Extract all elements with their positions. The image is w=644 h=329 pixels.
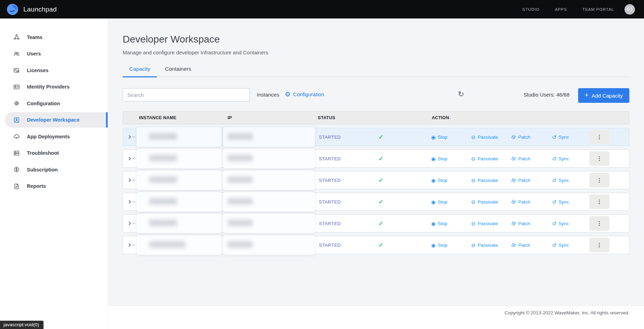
sidebar-item-reports[interactable]: Reports (5, 178, 108, 194)
circle-minus-icon: ⊖ (471, 156, 476, 161)
check-icon: ✓ (378, 220, 383, 227)
sidebar-item-troubleshoot[interactable]: Troubleshoot (5, 145, 108, 161)
redacted-fragment (132, 137, 135, 138)
table-row[interactable]: STARTED ✓ ◉Stop ⊖Passivate Patch ↺Sync ⋮ (123, 236, 629, 254)
teams-icon (13, 34, 20, 40)
troubleshoot-icon (13, 150, 20, 156)
status-badge: STARTED (319, 156, 341, 161)
kebab-menu-icon[interactable]: ⋮ (589, 151, 610, 166)
kebab-menu-icon[interactable]: ⋮ (589, 173, 610, 188)
status-badge: STARTED (319, 221, 341, 226)
sync-icon: ↺ (552, 243, 557, 248)
sidebar-item-configuration[interactable]: Configuration (5, 96, 108, 111)
nav-team-portal[interactable]: TEAM PORTAL (582, 7, 614, 12)
ip-redacted (223, 127, 315, 147)
patch-action[interactable]: Patch (511, 156, 530, 161)
record-icon: ◉ (431, 135, 436, 140)
sidebar-item-subscription[interactable]: Subscription (5, 162, 108, 177)
patch-action[interactable]: Patch (511, 199, 530, 205)
app-deployments-icon (13, 133, 20, 140)
stop-action[interactable]: ◉Stop (431, 156, 447, 161)
ip-redacted (223, 235, 315, 255)
circle-minus-icon: ⊖ (471, 199, 476, 205)
sidebar-item-teams[interactable]: Teams (5, 30, 108, 45)
sync-action[interactable]: ↺Sync (552, 221, 569, 226)
sidebar-item-label: Users (27, 51, 41, 56)
patch-action[interactable]: Patch (511, 178, 530, 183)
kebab-menu-icon[interactable]: ⋮ (589, 194, 610, 209)
sync-action[interactable]: ↺Sync (552, 135, 569, 140)
sidebar-item-label: Developer Workspace (27, 117, 79, 123)
record-icon: ◉ (431, 221, 436, 226)
chevron-right-icon[interactable] (127, 135, 132, 139)
kebab-menu-icon[interactable]: ⋮ (589, 216, 610, 231)
developer-workspace-icon (13, 117, 20, 123)
passivate-action[interactable]: ⊖Passivate (471, 156, 498, 161)
table-body: STARTED ✓ ◉Stop ⊖Passivate Patch ↺Sync ⋮… (123, 128, 629, 254)
patch-action[interactable]: Patch (511, 221, 530, 226)
check-icon: ✓ (378, 177, 383, 184)
nav-studio[interactable]: STUDIO (522, 7, 539, 12)
stop-action[interactable]: ◉Stop (431, 135, 447, 140)
kebab-menu-icon[interactable]: ⋮ (589, 130, 610, 144)
instance-name-redacted (137, 127, 222, 147)
redacted-fragment (132, 158, 135, 159)
stop-action[interactable]: ◉Stop (431, 221, 447, 226)
topbar: Launchpad STUDIO APPS TEAM PORTAL GT (0, 0, 644, 18)
add-capacity-button[interactable]: + Add Capacity (578, 88, 629, 103)
nav-apps[interactable]: APPS (555, 7, 567, 12)
sidebar-item-label: Subscription (27, 167, 58, 173)
users-icon (13, 51, 20, 57)
tab-containers[interactable]: Containers (161, 66, 195, 77)
column-ip: IP (228, 115, 232, 120)
toolbar: Instances ⚙ Configuration ↻ Studio Users… (123, 88, 629, 103)
instance-name-redacted (137, 149, 222, 168)
passivate-action[interactable]: ⊖Passivate (471, 135, 498, 140)
chevron-right-icon[interactable] (127, 178, 132, 183)
ip-redacted (223, 192, 315, 212)
sidebar-item-app-deployments[interactable]: App Deployments (5, 129, 108, 144)
chevron-right-icon[interactable] (127, 199, 132, 204)
configuration-link[interactable]: ⚙ Configuration (285, 91, 324, 98)
sidebar-item-licenses[interactable]: Licenses (5, 63, 108, 78)
passivate-action[interactable]: ⊖Passivate (471, 221, 498, 226)
chevron-right-icon[interactable] (127, 156, 132, 161)
sidebar-item-identity-providers[interactable]: Identity Providers (5, 79, 108, 94)
stop-action[interactable]: ◉Stop (431, 243, 447, 248)
sync-action[interactable]: ↺Sync (552, 156, 569, 161)
sync-action[interactable]: ↺Sync (552, 199, 569, 205)
table-row[interactable]: STARTED ✓ ◉Stop ⊖Passivate Patch ↺Sync ⋮ (123, 128, 629, 146)
footer: Copyright © 2013-2022 WaveMaker, Inc. Al… (108, 305, 644, 329)
passivate-action[interactable]: ⊖Passivate (471, 243, 498, 248)
table-row[interactable]: STARTED ✓ ◉Stop ⊖Passivate Patch ↺Sync ⋮ (123, 193, 629, 211)
sync-action[interactable]: ↺Sync (552, 243, 569, 248)
instances-label: Instances (257, 92, 279, 98)
sync-icon: ↺ (552, 135, 557, 140)
patch-action[interactable]: Patch (511, 135, 530, 140)
stop-action[interactable]: ◉Stop (431, 199, 447, 205)
circle-minus-icon: ⊖ (471, 135, 476, 140)
chevron-right-icon[interactable] (127, 243, 132, 247)
table-row[interactable]: STARTED ✓ ◉Stop ⊖Passivate Patch ↺Sync ⋮ (123, 150, 629, 168)
sidebar-item-users[interactable]: Users (5, 46, 108, 61)
sidebar-item-developer-workspace[interactable]: Developer Workspace (5, 112, 108, 128)
status-badge: STARTED (319, 199, 341, 205)
search-input[interactable] (123, 88, 250, 101)
link-status-bar: javascript:void(0) (0, 321, 44, 329)
stop-action[interactable]: ◉Stop (431, 178, 447, 183)
chevron-right-icon[interactable] (127, 221, 132, 226)
passivate-action[interactable]: ⊖Passivate (471, 199, 498, 205)
sync-action[interactable]: ↺Sync (552, 178, 569, 183)
patch-action[interactable]: Patch (511, 243, 530, 248)
passivate-action[interactable]: ⊖Passivate (471, 178, 498, 183)
studio-users-count: Studio Users: 46/68 (523, 92, 569, 98)
top-navigation: STUDIO APPS TEAM PORTAL GT (522, 4, 635, 15)
table-row[interactable]: STARTED ✓ ◉Stop ⊖Passivate Patch ↺Sync ⋮ (123, 214, 629, 232)
tab-capacity[interactable]: Capacity (123, 66, 157, 77)
refresh-icon[interactable]: ↻ (458, 90, 464, 98)
wavemaker-logo-icon (6, 3, 19, 16)
avatar[interactable]: GT (624, 4, 635, 15)
kebab-menu-icon[interactable]: ⋮ (589, 238, 610, 252)
hatch-icon (511, 156, 516, 161)
table-row[interactable]: STARTED ✓ ◉Stop ⊖Passivate Patch ↺Sync ⋮ (123, 171, 629, 189)
